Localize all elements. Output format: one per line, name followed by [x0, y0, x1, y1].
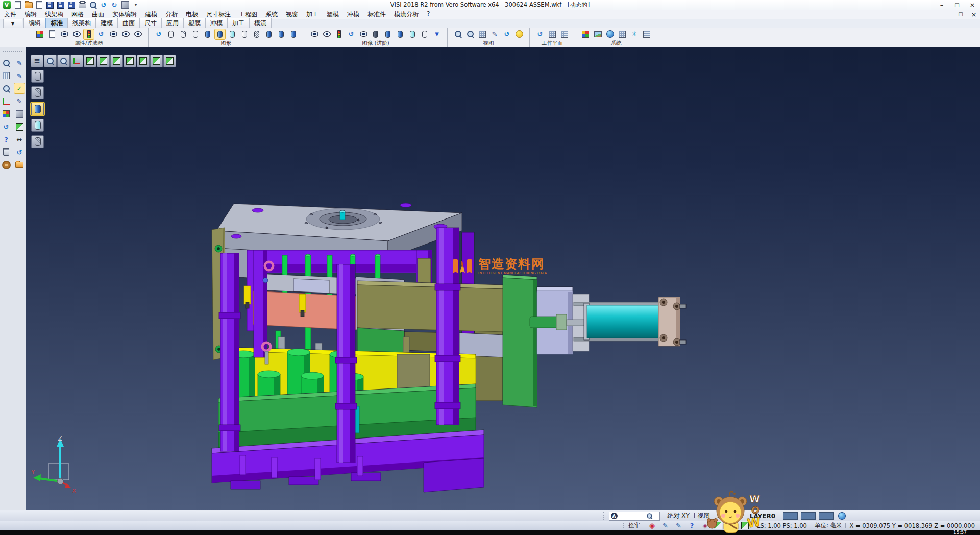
3d-model-assembly[interactable]: [26, 47, 980, 510]
menu-item-9[interactable]: 尺寸标注: [202, 10, 235, 19]
window-minimize-icon[interactable]: –: [934, 0, 949, 10]
menu-item-16[interactable]: 标准件: [363, 10, 390, 19]
workplane-grid-table-icon[interactable]: [559, 29, 570, 39]
cube-view-back-button[interactable]: [150, 55, 163, 67]
shading-semitransparent-cylinder-button[interactable]: [31, 119, 44, 132]
modify-pencil-icon[interactable]: ✎: [14, 58, 24, 68]
curve-pencil-icon[interactable]: ✎: [14, 96, 24, 106]
barrel-light-blue-icon[interactable]: [383, 29, 393, 39]
axis-orientation-icon[interactable]: [1, 96, 11, 106]
olive-stripper-block[interactable]: [357, 281, 504, 357]
menu-item-7[interactable]: 分析: [161, 10, 182, 19]
cylinder-flat-white-icon[interactable]: [239, 29, 250, 39]
menu-item-3[interactable]: 网格: [67, 10, 88, 19]
preview-magnifier-icon[interactable]: [88, 1, 97, 9]
axis-triad-small-button[interactable]: [70, 55, 83, 67]
measure-distance-icon[interactable]: ↔: [14, 134, 24, 144]
menu-item-5[interactable]: 实体编辑: [108, 10, 141, 19]
view-smiley-face-icon[interactable]: [514, 29, 524, 39]
mdi-minimize-icon[interactable]: –: [943, 11, 951, 18]
menu-item-12[interactable]: 视窗: [282, 10, 302, 19]
cylinder-paste-blue-icon[interactable]: [276, 29, 286, 39]
traffic-light-advanced-icon[interactable]: [334, 29, 344, 39]
barrel-dark-blue-icon[interactable]: [371, 29, 381, 39]
shading-wireframe-cylinder-button[interactable]: [31, 70, 44, 83]
cylinder-wireframe-icon[interactable]: [166, 29, 176, 39]
menu-item-13[interactable]: 加工: [302, 10, 323, 19]
cylinder-hidden-line-icon[interactable]: [178, 29, 188, 39]
cylinder-transparent-cyan-icon[interactable]: [227, 29, 237, 39]
layers-palette-icon[interactable]: [1, 109, 11, 119]
tab-6[interactable]: 应用: [161, 18, 184, 28]
shading-shaded-cylinder-button[interactable]: [31, 103, 44, 115]
open-folder-document-icon[interactable]: [14, 160, 24, 170]
select-rectangle-grid-icon[interactable]: [1, 70, 11, 81]
wand-purple-icon[interactable]: ✎: [661, 522, 670, 529]
menu-item-2[interactable]: 线架构: [41, 10, 67, 19]
search-input[interactable]: [619, 513, 645, 519]
eye-add-green-icon[interactable]: [120, 29, 131, 39]
menu-item-11[interactable]: 系统: [261, 10, 282, 19]
view-pane-blue-icon[interactable]: [14, 109, 24, 119]
menu-item-18[interactable]: ?: [423, 10, 434, 19]
save-floppy-icon[interactable]: [45, 1, 55, 9]
color-swatch-1[interactable]: [783, 512, 798, 520]
cube-view-right-button[interactable]: [124, 55, 136, 67]
shading-hidden-cylinder-button[interactable]: [31, 86, 44, 99]
shading-hatched-cylinder-button[interactable]: [31, 135, 44, 148]
import-document-icon[interactable]: [35, 1, 44, 9]
color-swatch-2[interactable]: [801, 512, 816, 520]
menu-item-4[interactable]: 曲面: [88, 10, 108, 19]
color-swatch-3[interactable]: [819, 512, 834, 520]
eye-show-entities-icon[interactable]: [59, 29, 69, 39]
search-scope-badge[interactable]: A: [611, 513, 618, 519]
tab-list-dropdown-icon[interactable]: ▾: [3, 19, 22, 28]
cylinder-settings-wrench-icon[interactable]: [288, 29, 299, 39]
view-measure-pencil-green-icon[interactable]: ✎: [489, 29, 500, 39]
confirm-check-green-icon[interactable]: ✓: [14, 83, 24, 93]
view-magnifier-gray-icon[interactable]: [453, 29, 463, 39]
lock-toggle-label[interactable]: 拴牢: [628, 522, 640, 529]
system-table-grid-icon[interactable]: [617, 29, 627, 39]
redo-blue-icon[interactable]: ↻: [110, 1, 119, 9]
mdi-close-icon[interactable]: ×: [970, 11, 978, 18]
cube-view-iso-button[interactable]: [163, 55, 176, 67]
cube-view-front-button[interactable]: [137, 55, 150, 67]
regen-refresh-icon[interactable]: ↺: [1, 121, 11, 132]
workplane-swap-red-green-icon[interactable]: ↺: [535, 29, 545, 39]
tab-8[interactable]: 冲模: [205, 18, 228, 28]
save-as-floppy-icon[interactable]: [56, 1, 65, 9]
view-workplane-grid-icon[interactable]: [477, 29, 487, 39]
zoom-rectangle-grid-button[interactable]: [44, 55, 57, 67]
view-magnifier-green-icon[interactable]: [465, 29, 475, 39]
tab-10[interactable]: 模流: [249, 18, 272, 28]
quickaccess-dropdown-icon[interactable]: ▾: [131, 1, 140, 9]
print-icon[interactable]: [78, 1, 87, 9]
tab-7[interactable]: 塑膜: [183, 18, 206, 28]
eye-hide-entities-icon[interactable]: [71, 29, 82, 39]
cube-view-bottom-button[interactable]: [97, 55, 110, 67]
tab-9[interactable]: 加工: [227, 18, 250, 28]
cylinder-shaded-edges-icon[interactable]: [215, 29, 225, 39]
system-snowflake-icon[interactable]: ✳: [629, 29, 640, 39]
window-close-icon[interactable]: ×: [965, 0, 980, 10]
system-inclined-plane-icon[interactable]: [642, 29, 652, 39]
undo-back-icon[interactable]: ↺: [14, 147, 24, 157]
cube-view-left-button[interactable]: [110, 55, 123, 67]
attributes-document-copy-icon[interactable]: [47, 29, 57, 39]
select-magnifier-icon[interactable]: [1, 58, 11, 68]
record-red-icon[interactable]: ◉: [648, 522, 656, 529]
chisel-pencil-gold-icon[interactable]: ✎: [674, 522, 683, 529]
search-icon[interactable]: [647, 513, 652, 518]
help-blue-icon[interactable]: ?: [688, 522, 696, 529]
system-globe-icon[interactable]: [605, 29, 615, 39]
tab-3[interactable]: 建模: [95, 18, 118, 28]
system-image-photo-icon[interactable]: [593, 29, 603, 39]
zoom-dynamic-magnifier-icon[interactable]: [1, 83, 11, 93]
barrel-wireframe-icon[interactable]: [420, 29, 430, 39]
menu-item-15[interactable]: 冲模: [343, 10, 363, 19]
eye-remove-yellow-icon[interactable]: [133, 29, 143, 39]
open-folder-icon[interactable]: [24, 1, 33, 9]
cube-view-top-button[interactable]: [84, 55, 96, 67]
menu-item-8[interactable]: 电极: [182, 10, 202, 19]
